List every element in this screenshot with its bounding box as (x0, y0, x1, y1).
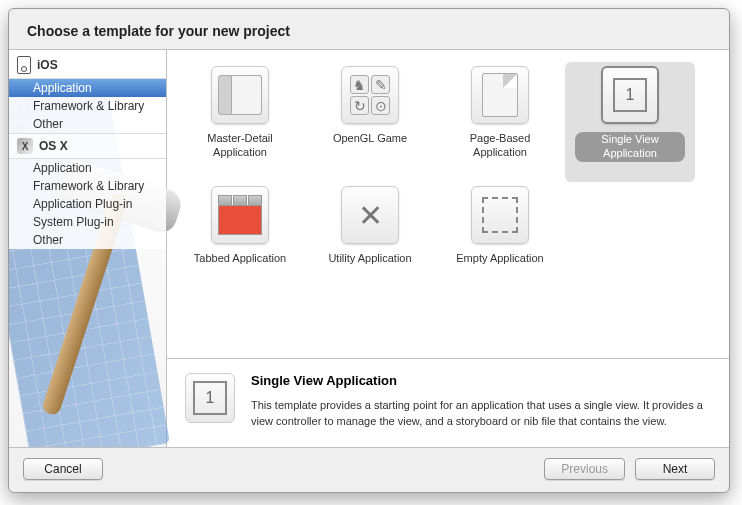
sidebar-item-ios-application[interactable]: Application (9, 79, 166, 97)
sidebar-item-ios-framework[interactable]: Framework & Library (9, 97, 166, 115)
template-chooser-window: Choose a template for your new project i… (8, 8, 730, 493)
page-icon (471, 66, 529, 124)
sidebar-group-ios[interactable]: iOS (9, 52, 166, 79)
template-empty[interactable]: Empty Application (435, 182, 565, 302)
device-icon (17, 56, 31, 74)
cancel-button[interactable]: Cancel (23, 458, 103, 480)
template-utility[interactable]: ✕ Utility Application (305, 182, 435, 302)
sidebar-item-osx-framework[interactable]: Framework & Library (9, 177, 166, 195)
sidebar-list: iOS Application Framework & Library Othe… (9, 50, 166, 249)
next-button[interactable]: Next (635, 458, 715, 480)
sidebar-item-osx-system-plugin[interactable]: System Plug-in (9, 213, 166, 231)
template-master-detail[interactable]: Master-Detail Application (175, 62, 305, 182)
detail-description: This template provides a starting point … (251, 398, 711, 429)
osx-icon (17, 138, 33, 154)
single-view-icon: 1 (601, 66, 659, 124)
template-single-view[interactable]: 1 Single View Application (565, 62, 695, 182)
detail-icon: 1 (185, 373, 235, 423)
master-detail-icon (211, 66, 269, 124)
template-detail: 1 Single View Application This template … (167, 359, 729, 447)
content-area: Master-Detail Application ♞✎↻⊙ OpenGL Ga… (167, 50, 729, 447)
main-area: iOS Application Framework & Library Othe… (9, 49, 729, 448)
template-page-based[interactable]: Page-Based Application (435, 62, 565, 182)
opengl-icon: ♞✎↻⊙ (341, 66, 399, 124)
sidebar-group-osx[interactable]: OS X (9, 133, 166, 159)
sidebar: iOS Application Framework & Library Othe… (9, 50, 167, 447)
sidebar-item-osx-other[interactable]: Other (9, 231, 166, 249)
previous-button[interactable]: Previous (544, 458, 625, 480)
tabbed-icon (211, 186, 269, 244)
page-title: Choose a template for your new project (9, 9, 729, 49)
empty-icon (471, 186, 529, 244)
detail-title: Single View Application (251, 373, 711, 388)
sidebar-item-osx-application[interactable]: Application (9, 159, 166, 177)
sidebar-group-label: OS X (39, 139, 68, 153)
template-opengl-game[interactable]: ♞✎↻⊙ OpenGL Game (305, 62, 435, 182)
footer: Cancel Previous Next (9, 448, 729, 492)
sidebar-group-label: iOS (37, 58, 58, 72)
sidebar-item-ios-other[interactable]: Other (9, 115, 166, 133)
sidebar-item-osx-app-plugin[interactable]: Application Plug-in (9, 195, 166, 213)
utility-icon: ✕ (341, 186, 399, 244)
template-grid: Master-Detail Application ♞✎↻⊙ OpenGL Ga… (167, 50, 729, 358)
template-tabbed[interactable]: Tabbed Application (175, 182, 305, 302)
